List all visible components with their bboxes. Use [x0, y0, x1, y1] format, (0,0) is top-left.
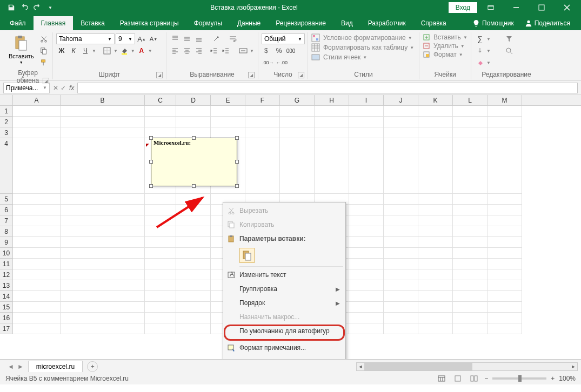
font-name-combo[interactable]: Tahoma▼ [56, 33, 115, 44]
increase-indent-icon[interactable] [221, 45, 231, 56]
ctx-copy[interactable]: Копировать [224, 218, 344, 232]
conditional-formatting-button[interactable]: Условное форматирование▼ [311, 33, 412, 42]
column-header[interactable]: D [176, 95, 211, 105]
align-top-icon[interactable] [170, 33, 181, 44]
paste-button[interactable]: Вставить ▼ [6, 33, 36, 65]
scroll-right-icon[interactable]: ► [570, 363, 577, 370]
ctx-format-note[interactable]: Формат примечания... [224, 341, 344, 355]
redo-icon[interactable] [31, 2, 43, 13]
tab-help[interactable]: Справка [413, 16, 454, 30]
borders-icon[interactable] [102, 45, 112, 56]
column-header[interactable]: C [145, 95, 176, 105]
column-header[interactable]: M [487, 95, 522, 105]
sheet-nav-next-icon[interactable]: ► [17, 363, 24, 370]
tab-layout[interactable]: Разметка страницы [112, 16, 186, 30]
save-icon[interactable] [5, 2, 17, 13]
percent-icon[interactable]: % [273, 45, 284, 56]
cell-styles-button[interactable]: Стили ячеек▼ [311, 53, 367, 62]
format-cells-button[interactable]: Формат▼ [423, 51, 463, 58]
resize-handle[interactable] [149, 160, 153, 164]
dialog-launcher-icon[interactable]: ◢ [43, 78, 49, 84]
tab-view[interactable]: Вид [333, 16, 360, 30]
wrap-text-icon[interactable] [228, 33, 239, 44]
tab-insert[interactable]: Вставка [73, 16, 112, 30]
column-header[interactable]: H [315, 95, 349, 105]
sort-filter-icon[interactable] [504, 33, 515, 44]
horizontal-scrollbar[interactable]: ◄ ► [356, 362, 578, 371]
column-header[interactable]: K [418, 95, 453, 105]
share-button[interactable]: Поделиться [519, 16, 576, 30]
delete-cells-button[interactable]: Удалить▼ [423, 42, 465, 50]
ctx-macro[interactable]: Назначить макрос... [224, 310, 344, 324]
cancel-formula-icon[interactable]: ✕ [53, 84, 58, 92]
grow-font-icon[interactable]: A▲ [136, 33, 147, 44]
ribbon-options-icon[interactable] [478, 0, 503, 15]
undo-icon[interactable] [18, 2, 30, 13]
resize-handle[interactable] [235, 160, 239, 164]
paste-option-button[interactable] [239, 248, 255, 263]
row-header[interactable]: 14 [0, 291, 12, 302]
row-header[interactable]: 17 [0, 323, 12, 334]
column-header[interactable]: A [13, 95, 61, 105]
column-header[interactable]: B [61, 95, 145, 105]
row-header[interactable]: 1 [0, 106, 12, 117]
fill-color-icon[interactable] [119, 45, 130, 56]
format-painter-icon[interactable] [38, 57, 49, 68]
dialog-launcher-icon[interactable]: ◢ [248, 72, 255, 78]
zoom-level[interactable]: 100% [559, 375, 576, 382]
add-sheet-button[interactable]: + [87, 361, 98, 372]
row-header[interactable]: 12 [0, 269, 12, 280]
find-icon[interactable] [504, 45, 515, 56]
column-header[interactable]: E [211, 95, 245, 105]
select-all-corner[interactable] [0, 95, 13, 106]
fill-icon[interactable] [475, 45, 485, 56]
sheet-nav-prev-icon[interactable]: ◄ [8, 363, 14, 370]
row-header[interactable]: 7 [0, 215, 12, 226]
zoom-in-icon[interactable]: + [551, 375, 555, 382]
scroll-thumb[interactable] [364, 363, 472, 370]
column-header[interactable]: J [384, 95, 418, 105]
underline-button[interactable]: Ч [80, 45, 91, 56]
resize-handle[interactable] [149, 184, 153, 188]
italic-button[interactable]: К [68, 45, 79, 56]
tab-developer[interactable]: Разработчик [360, 16, 413, 30]
tell-me-button[interactable]: Помощник [467, 16, 519, 30]
currency-icon[interactable]: $ [262, 45, 272, 56]
orientation-icon[interactable] [211, 33, 222, 44]
align-right-icon[interactable] [193, 45, 204, 56]
minimize-icon[interactable] [504, 0, 528, 15]
shrink-font-icon[interactable]: A▼ [148, 33, 159, 44]
merge-icon[interactable] [238, 45, 249, 56]
clear-icon[interactable] [475, 57, 485, 68]
column-header[interactable]: G [280, 95, 315, 105]
dialog-launcher-icon[interactable]: ◢ [298, 72, 304, 78]
scroll-left-icon[interactable]: ◄ [357, 363, 364, 370]
page-layout-view-icon[interactable] [452, 374, 464, 383]
enter-formula-icon[interactable]: ✓ [61, 84, 66, 92]
row-header[interactable]: 5 [0, 194, 12, 205]
row-header[interactable]: 8 [0, 226, 12, 237]
cut-icon[interactable] [38, 33, 49, 44]
resize-handle[interactable] [192, 184, 196, 188]
resize-handle[interactable] [192, 136, 196, 140]
page-break-view-icon[interactable] [468, 374, 480, 383]
tab-home[interactable]: Главная [34, 16, 74, 30]
row-header[interactable]: 6 [0, 205, 12, 215]
zoom-slider[interactable] [492, 377, 546, 380]
ctx-order[interactable]: Порядок▶ [224, 296, 344, 310]
ctx-group[interactable]: Группировка▶ [224, 282, 344, 296]
format-as-table-button[interactable]: Форматировать как таблицу▼ [311, 43, 414, 52]
align-left-icon[interactable] [170, 45, 181, 56]
maximize-icon[interactable] [529, 0, 553, 15]
column-header[interactable]: L [453, 95, 487, 105]
row-header[interactable]: 11 [0, 259, 12, 269]
column-header[interactable]: F [245, 95, 280, 105]
increase-decimal-icon[interactable]: .00→ [262, 57, 275, 68]
align-center-icon[interactable] [182, 45, 192, 56]
ctx-link[interactable]: Ссылка [224, 355, 344, 360]
ctx-cut[interactable]: Вырезать [224, 204, 344, 218]
column-header[interactable]: I [349, 95, 384, 105]
align-bottom-icon[interactable] [193, 33, 204, 44]
sheet-tab[interactable]: microexcel.ru [28, 361, 83, 372]
login-button[interactable]: Вход [449, 2, 477, 13]
